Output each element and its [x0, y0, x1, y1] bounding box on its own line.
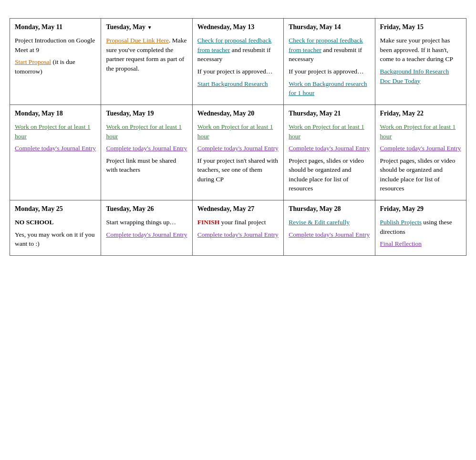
day-header: Tuesday, May 26	[106, 204, 187, 214]
day-header: Thursday, May 28	[289, 204, 370, 214]
calendar-cell: Friday, May 22Work on Project for at lea…	[375, 105, 466, 200]
calendar-cell: Tuesday, May 26Start wrapping things up……	[101, 200, 192, 255]
cell-text: Project pages, slides or video should be…	[380, 156, 461, 193]
calendar-cell: Wednesday, May 27FINISH your final proje…	[192, 200, 283, 255]
day-header: Monday, May 11	[15, 22, 96, 32]
cell-link[interactable]: Complete today's Journal Entry	[106, 144, 187, 153]
day-content: Work on Project for at least 1 hourCompl…	[15, 122, 96, 153]
day-content: Check for proposal feedback from teacher…	[197, 36, 279, 88]
cell-link[interactable]: Work on Project for at least 1 hour	[106, 122, 187, 141]
day-header: Friday, May 29	[380, 204, 461, 214]
calendar-cell: Friday, May 29Publish Projects using the…	[375, 200, 466, 255]
cell-text: Start wrapping things up…	[106, 218, 187, 227]
cell-link[interactable]: Complete today's Journal Entry	[380, 144, 461, 153]
day-content: Project Introduction on Google Meet at 9…	[15, 36, 96, 76]
day-header: Wednesday, May 27	[197, 204, 279, 214]
cell-link[interactable]: Start Background Research	[197, 79, 279, 89]
day-content: Check for proposal feedback from teacher…	[289, 36, 370, 97]
cell-link[interactable]: Publish Projects using these directions	[380, 218, 461, 236]
day-header: Thursday, May 21	[289, 109, 370, 118]
dropdown-icon[interactable]: ▼	[147, 25, 152, 30]
day-header: Wednesday, May 20	[197, 109, 279, 118]
day-header: Friday, May 15	[380, 22, 461, 32]
cell-link[interactable]: Complete today's Journal Entry	[289, 230, 370, 240]
cell-text: If your project is approved…	[197, 67, 279, 76]
cell-link[interactable]: Work on Project for at least 1 hour	[289, 122, 370, 141]
cell-link[interactable]: Proposal Due Link Here. Make sure you've…	[106, 36, 187, 73]
day-content: FINISH your final projectComplete today'…	[197, 218, 279, 239]
day-content: Work on Project for at least 1 hourCompl…	[106, 122, 187, 175]
cell-link[interactable]: Background Info Research Doc Due Today	[380, 67, 461, 85]
day-header: Friday, May 22	[380, 109, 461, 118]
day-content: Work on Project for at least 1 hourCompl…	[380, 122, 461, 193]
cell-link[interactable]: Complete today's Journal Entry	[197, 230, 279, 240]
cell-link[interactable]: Check for proposal feedback from teacher…	[197, 36, 279, 64]
calendar-cell: Thursday, May 21Work on Project for at l…	[284, 105, 375, 200]
cell-link[interactable]: Work on Project for at least 1 hour	[380, 122, 461, 141]
cell-text: FINISH your final project	[197, 218, 279, 227]
cell-link[interactable]: Work on Background research for 1 hour	[289, 79, 370, 98]
day-content: Revise & Edit carefullyComplete today's …	[289, 218, 370, 239]
cell-link[interactable]: Final Reflection	[380, 239, 461, 249]
cell-link[interactable]: Complete today's Journal Entry	[289, 144, 370, 153]
cell-link[interactable]: Complete today's Journal Entry	[197, 144, 279, 153]
cell-text: Project pages, slides or video should be…	[289, 156, 370, 193]
calendar-table: Monday, May 11Project Introduction on Go…	[10, 18, 466, 256]
cell-text: NO SCHOOL	[15, 218, 96, 227]
calendar-cell: Thursday, May 14Check for proposal feedb…	[284, 19, 375, 105]
calendar-cell: Thursday, May 28Revise & Edit carefullyC…	[284, 200, 375, 255]
day-content: Make sure your project has been approved…	[380, 36, 461, 85]
day-content: Work on Project for at least 1 hourCompl…	[197, 122, 279, 184]
day-content: Proposal Due Link Here. Make sure you've…	[106, 36, 187, 73]
calendar-cell: Monday, May 25NO SCHOOLYes, you may work…	[10, 200, 101, 255]
day-content: Start wrapping things up…Complete today'…	[106, 218, 187, 239]
cell-text: Project link must be shared with teacher…	[106, 156, 187, 175]
cell-text: Make sure your project has been approved…	[380, 36, 461, 64]
cell-link[interactable]: Start Proposal (it is due tomorrow)	[15, 57, 96, 76]
cell-link[interactable]: Check for proposal feedback from teacher…	[289, 36, 370, 64]
cell-link[interactable]: Complete today's Journal Entry	[15, 144, 96, 153]
cell-link[interactable]: Revise & Edit carefully	[289, 218, 370, 227]
calendar-cell: Monday, May 18Work on Project for at lea…	[10, 105, 101, 200]
day-content: Publish Projects using these directionsF…	[380, 218, 461, 249]
calendar-cell: Monday, May 11Project Introduction on Go…	[10, 19, 101, 105]
day-header: Wednesday, May 13	[197, 22, 279, 32]
cell-link[interactable]: Work on Project for at least 1 hour	[197, 122, 279, 141]
cell-text: Yes, you may work on it if you want to :…	[15, 230, 96, 249]
day-header: Tuesday, May 19	[106, 109, 187, 118]
day-header: Monday, May 18	[15, 109, 96, 118]
cell-text: If your project is approved…	[289, 67, 370, 76]
calendar-cell: Friday, May 15Make sure your project has…	[375, 19, 466, 105]
cell-link[interactable]: Complete today's Journal Entry	[106, 230, 187, 240]
day-header: Monday, May 25	[15, 204, 96, 214]
cell-text: If your project isn't shared with teache…	[197, 156, 279, 184]
day-header: Tuesday, May ▼	[106, 22, 187, 32]
calendar-cell: Tuesday, May ▼Proposal Due Link Here. Ma…	[101, 19, 192, 105]
day-content: Work on Project for at least 1 hourCompl…	[289, 122, 370, 193]
cell-text: Project Introduction on Google Meet at 9	[15, 36, 96, 54]
calendar-cell: Wednesday, May 20Work on Project for at …	[192, 105, 283, 200]
calendar-cell: Wednesday, May 13Check for proposal feed…	[192, 19, 283, 105]
calendar-cell: Tuesday, May 19Work on Project for at le…	[101, 105, 192, 200]
day-content: NO SCHOOLYes, you may work on it if you …	[15, 218, 96, 249]
cell-link[interactable]: Work on Project for at least 1 hour	[15, 122, 96, 141]
day-header: Thursday, May 14	[289, 22, 370, 32]
